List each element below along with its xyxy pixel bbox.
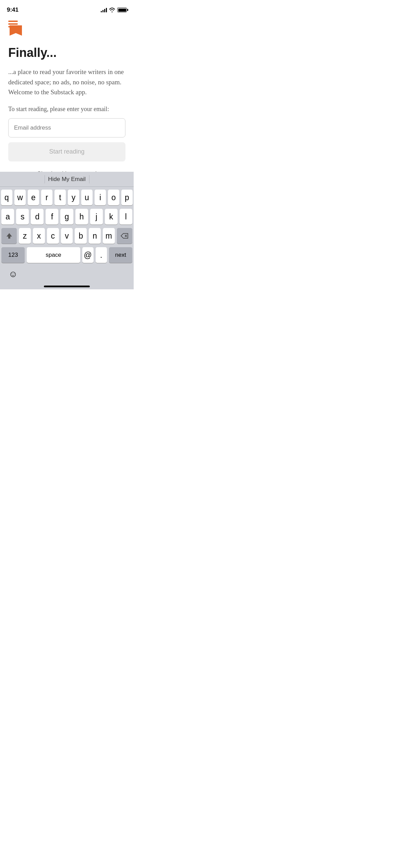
key-e[interactable]: e <box>28 190 39 205</box>
wifi-icon <box>109 8 115 12</box>
key-x[interactable]: x <box>33 228 45 244</box>
key-g[interactable]: g <box>60 209 73 225</box>
status-icons <box>101 8 127 12</box>
email-input[interactable] <box>8 118 125 137</box>
key-c[interactable]: c <box>47 228 59 244</box>
signal-icon <box>101 8 107 12</box>
email-prompt: To start reading, please enter your emai… <box>8 106 125 113</box>
key-v[interactable]: v <box>61 228 73 244</box>
key-s[interactable]: s <box>16 209 29 225</box>
next-key[interactable]: next <box>109 247 132 263</box>
keyboard-suggestion-bar[interactable]: Hide My Email <box>0 172 134 187</box>
key-k[interactable]: k <box>105 209 118 225</box>
start-reading-button[interactable]: Start reading <box>8 142 125 161</box>
key-row-4: 123 space @ . next <box>1 247 132 263</box>
main-content: Finally... ...a place to read your favor… <box>0 16 134 179</box>
home-indicator <box>44 286 90 287</box>
key-d[interactable]: d <box>31 209 44 225</box>
key-p[interactable]: p <box>121 190 133 205</box>
key-y[interactable]: y <box>68 190 79 205</box>
key-t[interactable]: t <box>54 190 66 205</box>
key-row-3: z x c v b n m <box>1 228 132 244</box>
substack-logo <box>8 19 25 36</box>
at-key[interactable]: @ <box>82 247 94 263</box>
key-i[interactable]: i <box>95 190 106 205</box>
suggestion-text: Hide My Email <box>48 176 86 183</box>
key-row-1: q w e r t y u i o p <box>1 190 132 205</box>
page-title: Finally... <box>8 45 125 60</box>
logo-container <box>8 19 125 36</box>
key-z[interactable]: z <box>19 228 31 244</box>
keyboard: Hide My Email q w e r t y u i o p a s d … <box>0 172 134 289</box>
status-time: 9:41 <box>7 7 19 13</box>
key-h[interactable]: h <box>75 209 88 225</box>
space-key[interactable]: space <box>27 247 80 263</box>
status-bar: 9:41 <box>0 0 134 16</box>
key-row-2: a s d f g h j k l <box>1 209 132 225</box>
keyboard-bottom-bar: ☺ <box>0 264 134 284</box>
key-q[interactable]: q <box>1 190 12 205</box>
keyboard-rows: q w e r t y u i o p a s d f g h j k l <box>0 187 134 264</box>
period-key[interactable]: . <box>96 247 107 263</box>
bookmark-icon <box>10 25 22 36</box>
key-l[interactable]: l <box>120 209 132 225</box>
key-o[interactable]: o <box>108 190 119 205</box>
key-u[interactable]: u <box>81 190 93 205</box>
key-a[interactable]: a <box>1 209 14 225</box>
key-b[interactable]: b <box>75 228 87 244</box>
shift-key[interactable] <box>1 228 17 244</box>
key-j[interactable]: j <box>90 209 103 225</box>
key-r[interactable]: r <box>41 190 52 205</box>
battery-icon <box>117 8 127 12</box>
page-description: ...a place to read your favorite writers… <box>8 67 125 97</box>
key-m[interactable]: m <box>103 228 115 244</box>
key-f[interactable]: f <box>46 209 58 225</box>
numbers-key[interactable]: 123 <box>1 247 25 263</box>
key-n[interactable]: n <box>89 228 101 244</box>
emoji-key[interactable]: ☺ <box>5 266 21 281</box>
key-w[interactable]: w <box>14 190 26 205</box>
backspace-key[interactable] <box>117 228 132 244</box>
